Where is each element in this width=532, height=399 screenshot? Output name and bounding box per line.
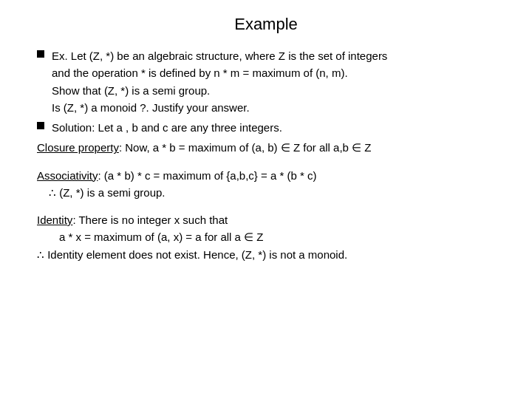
- identity-line2: a * x = maximum of (a, x) = a for all a …: [59, 231, 263, 243]
- bullet-2-line1: Solution: Let a , b and c are any three …: [52, 121, 282, 134]
- bullet-2-section: Solution: Let a , b and c are any three …: [37, 119, 502, 136]
- closure-text: : Now, a * b = maximum of (a, b) ∈ Z for…: [119, 141, 372, 154]
- bullet-2-text: Solution: Let a , b and c are any three …: [52, 119, 502, 136]
- closure-section: Closure property: Now, a * b = maximum o…: [37, 139, 502, 156]
- page-title: Example: [30, 15, 502, 34]
- bullet-1-text: Ex. Let (Z, *) be an algebraic structure…: [52, 47, 502, 116]
- closure-label: Closure property: [37, 141, 119, 154]
- identity-line1: : There is no integer x such that: [72, 214, 228, 226]
- identity-section: Identity: There is no integer x such tha…: [37, 211, 502, 263]
- identity-label: Identity: [37, 214, 72, 226]
- page: Example Ex. Let (Z, *) be an algebraic s…: [0, 0, 532, 399]
- bullet-1-item: Ex. Let (Z, *) be an algebraic structure…: [37, 47, 502, 116]
- bullet-2-icon: [37, 122, 44, 129]
- bullet-1-line2: and the operation * is defined by n * m …: [52, 66, 348, 79]
- associativity-label: Associativity: [37, 169, 98, 182]
- associativity-section: Associativity: (a * b) * c = maximum of …: [37, 167, 502, 202]
- bullet-2-item: Solution: Let a , b and c are any three …: [37, 119, 502, 136]
- bullet-1-line1: Ex. Let (Z, *) be an algebraic structure…: [52, 50, 387, 62]
- bullet-1-section: Ex. Let (Z, *) be an algebraic structure…: [37, 47, 502, 116]
- bullet-1-icon: [37, 50, 44, 58]
- associativity-line1: : (a * b) * c = maximum of {a,b,c} = a *…: [98, 169, 317, 182]
- bullet-1-line3: Show that (Z, *) is a semi group.: [52, 84, 210, 97]
- bullet-1-line4: Is (Z, *) a monoid ?. Justify your answe…: [52, 101, 250, 114]
- identity-line3: ∴ Identity element does not exist. Hence…: [37, 248, 347, 261]
- associativity-line2: ∴ (Z, *) is a semi group.: [49, 186, 166, 199]
